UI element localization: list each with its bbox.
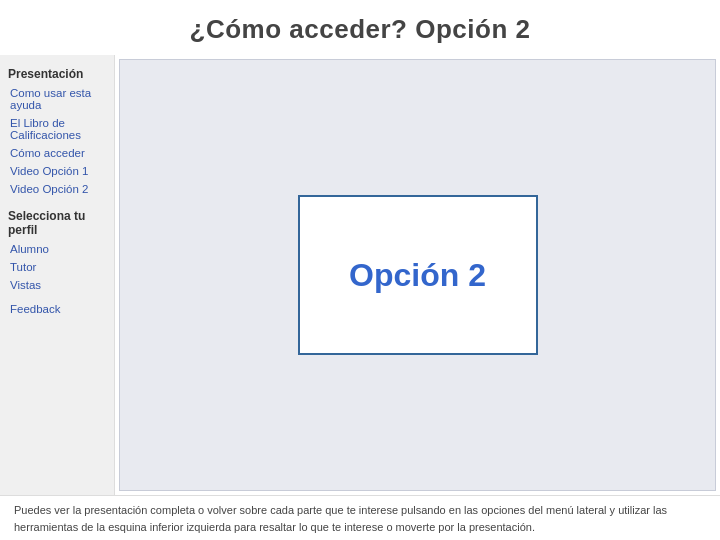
- sidebar-item-tutor[interactable]: Tutor: [6, 259, 108, 275]
- footer-description: Puedes ver la presentación completa o vo…: [14, 502, 706, 535]
- sidebar-item-video-opcion2[interactable]: Video Opción 2: [6, 181, 108, 197]
- sidebar-item-libro-calificaciones[interactable]: El Libro de Calificaciones: [6, 115, 108, 143]
- content-area: Opción 2: [119, 59, 716, 491]
- sidebar-item-vistas[interactable]: Vistas: [6, 277, 108, 293]
- sidebar-item-presentacion[interactable]: Presentación: [6, 63, 108, 83]
- main-area: Presentación Como usar esta ayuda El Lib…: [0, 55, 720, 495]
- sidebar-item-alumno[interactable]: Alumno: [6, 241, 108, 257]
- opcion2-box: Opción 2: [298, 195, 538, 355]
- sidebar-item-feedback[interactable]: Feedback: [6, 301, 108, 317]
- sidebar-item-video-opcion1[interactable]: Video Opción 1: [6, 163, 108, 179]
- sidebar: Presentación Como usar esta ayuda El Lib…: [0, 55, 115, 495]
- sidebar-item-selecciona-perfil[interactable]: Selecciona tu perfil: [6, 205, 108, 239]
- sidebar-item-como-acceder[interactable]: Cómo acceder: [6, 145, 108, 161]
- footer: Puedes ver la presentación completa o vo…: [0, 495, 720, 540]
- page-title: ¿Cómo acceder? Opción 2: [0, 0, 720, 55]
- sidebar-item-como-usar[interactable]: Como usar esta ayuda: [6, 85, 108, 113]
- opcion2-label: Opción 2: [349, 257, 486, 294]
